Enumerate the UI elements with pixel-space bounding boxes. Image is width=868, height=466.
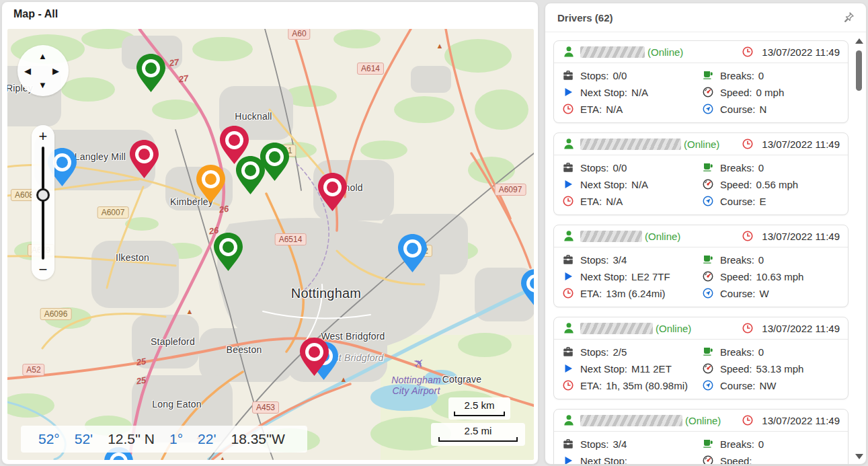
- coordinate-value: 52°: [38, 431, 60, 447]
- course-label: Course:: [720, 196, 756, 207]
- speed-gauge-icon: [702, 86, 714, 98]
- map-town-label: Stapleford: [151, 336, 195, 347]
- driver-person-icon: [562, 414, 576, 427]
- driver-person-icon: [562, 321, 576, 335]
- breaks-coffee-icon: [702, 346, 714, 358]
- scroll-up-icon[interactable]: [855, 38, 863, 44]
- map-town-label: Nottingham City Airport: [391, 375, 441, 396]
- driver-card[interactable]: (Online)13/07/2022 11:49Stops:0/0Breaks:…: [553, 132, 849, 215]
- drivers-list[interactable]: (Online)13/07/2022 11:49Stops:0/0Breaks:…: [545, 33, 866, 464]
- driver-card[interactable]: (Online)13/07/2022 11:49Stops:2/5Breaks:…: [553, 317, 849, 399]
- map-town-label: Beeston: [227, 344, 262, 355]
- eta-label: ETA:: [580, 104, 602, 115]
- road-label: A614: [357, 63, 384, 75]
- junction-number: 25: [136, 375, 147, 387]
- driver-pin-green[interactable]: [212, 232, 245, 272]
- breaks-value: 0: [758, 346, 764, 358]
- eta-clock-icon: [562, 195, 574, 207]
- road-label: A60: [288, 29, 310, 40]
- road-label: A6007: [97, 206, 129, 219]
- map-town-label: Long Eaton: [152, 399, 202, 410]
- next-stop-value: N/A: [631, 179, 648, 190]
- driver-pin-blue[interactable]: [396, 233, 429, 274]
- driver-card-body: Stops:2/5Breaks:0Next Stop:M11 2ETSpeed:…: [554, 340, 848, 399]
- pan-down-icon[interactable]: ▼: [38, 81, 47, 89]
- pin-panel-icon[interactable]: [842, 11, 855, 24]
- pan-up-icon[interactable]: ▲: [38, 52, 47, 61]
- driver-card-header: (Online)13/07/2022 11:49: [554, 410, 848, 432]
- breaks-label: Breaks:: [720, 438, 754, 450]
- clock-icon: [742, 414, 754, 426]
- peak-icon: ▲: [436, 42, 444, 50]
- driver-card-body: Stops:3/4Breaks:0Next Stop:Speed:ETA:Cou…: [554, 432, 848, 464]
- speed-gauge-icon: [702, 362, 714, 375]
- breaks-value: 0: [758, 70, 764, 81]
- zoom-slider-track[interactable]: [42, 147, 44, 260]
- driver-pin-green[interactable]: [234, 155, 267, 196]
- next-stop-play-icon: [562, 362, 574, 375]
- scale-mi: 2.5 mi: [431, 423, 525, 446]
- map-town-label: Nottingham: [291, 286, 361, 301]
- speed-value: 0 mph: [756, 87, 785, 98]
- pan-left-icon[interactable]: ◀: [24, 67, 31, 75]
- speed-label: Speed:: [720, 455, 752, 465]
- map-zoom-control[interactable]: + −: [32, 125, 54, 280]
- next-stop-label: Next Stop:: [580, 271, 627, 282]
- drivers-panel-title: Drivers (62): [557, 12, 613, 24]
- speed-label: Speed:: [720, 271, 752, 282]
- driver-card[interactable]: (Online)13/07/2022 11:49Stops:3/4Breaks:…: [553, 409, 849, 464]
- driver-card-header: (Online)13/07/2022 11:49: [554, 133, 848, 155]
- eta-clock-icon: [562, 287, 574, 299]
- junction-number: 27: [169, 57, 180, 69]
- junction-number: 26: [219, 204, 229, 215]
- next-stop-value: M11 2ET: [631, 363, 672, 375]
- next-stop-play-icon: [562, 455, 574, 464]
- eta-value: 13m (6.24mi): [606, 288, 665, 299]
- driver-pin-red[interactable]: [298, 337, 331, 377]
- map-pan-control[interactable]: ▲ ◀ ▶ ▼: [17, 45, 69, 96]
- scroll-down-icon[interactable]: [855, 454, 863, 459]
- junction-number: 27: [178, 73, 189, 85]
- driver-pin-blue[interactable]: [519, 268, 535, 309]
- clock-icon: [742, 138, 754, 150]
- driver-pin-red[interactable]: [316, 172, 349, 212]
- zoom-out-button[interactable]: −: [32, 262, 54, 277]
- drivers-scrollbar[interactable]: [854, 36, 864, 462]
- junction-number: 25: [136, 356, 147, 368]
- peak-icon: ▲: [219, 455, 227, 460]
- driver-pin-green[interactable]: [134, 53, 167, 93]
- course-compass-icon: [702, 379, 714, 391]
- driver-card[interactable]: (Online)13/07/2022 11:49Stops:3/4Breaks:…: [553, 225, 849, 307]
- stops-value: 0/0: [613, 70, 627, 81]
- driver-status: (Online): [684, 139, 719, 150]
- clock-icon: [742, 46, 754, 58]
- driver-timestamp: 13/07/2022 11:49: [762, 415, 840, 426]
- road-label: A6097: [495, 184, 526, 196]
- scrollbar-thumb[interactable]: [856, 50, 862, 91]
- next-stop-play-icon: [562, 86, 574, 98]
- next-stop-play-icon: [562, 178, 574, 190]
- eta-label: ETA:: [580, 196, 602, 207]
- zoom-slider-handle[interactable]: [36, 188, 50, 202]
- eta-value: 1h, 35m (80.98mi): [606, 380, 688, 391]
- driver-pin-orange[interactable]: [194, 164, 227, 204]
- breaks-coffee-icon: [702, 161, 714, 173]
- drivers-panel: Drivers (62) (Online)13/07/2022 11:49Sto…: [545, 3, 867, 465]
- pan-right-icon[interactable]: ▶: [52, 67, 59, 75]
- map-canvas[interactable]: A60A614A608A6007A609A6096A611A612A6514A6…: [7, 29, 534, 460]
- driver-card[interactable]: (Online)13/07/2022 11:49Stops:0/0Breaks:…: [553, 40, 849, 123]
- driver-timestamp: 13/07/2022 11:49: [762, 139, 840, 150]
- zoom-in-button[interactable]: +: [32, 129, 54, 144]
- driver-pin-red[interactable]: [128, 139, 161, 180]
- speed-value: 10.63 mph: [756, 271, 804, 282]
- speed-label: Speed:: [720, 87, 752, 98]
- next-stop-value: N/A: [631, 87, 648, 98]
- next-stop-label: Next Stop:: [580, 455, 627, 465]
- road-label: A52: [22, 364, 44, 376]
- stops-briefcase-icon: [562, 438, 574, 450]
- map-town-label: Langley Mill: [75, 151, 126, 162]
- driver-status: (Online): [685, 415, 721, 426]
- driver-status: (Online): [647, 46, 683, 58]
- stops-label: Stops:: [580, 254, 609, 266]
- clock-icon: [742, 230, 754, 242]
